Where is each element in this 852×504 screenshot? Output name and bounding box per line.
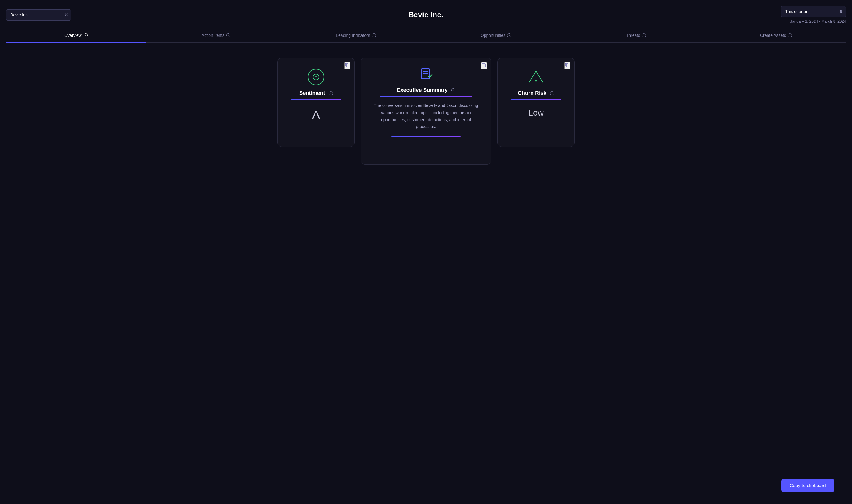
sentiment-icon — [308, 69, 324, 85]
executive-summary-icon — [419, 67, 433, 82]
executive-summary-divider — [379, 96, 473, 97]
executive-summary-copy-button[interactable] — [481, 62, 487, 69]
svg-point-3 — [317, 76, 317, 77]
tab-opportunities-info-icon: i — [507, 33, 511, 37]
company-search-wrapper: ✕ — [6, 9, 71, 20]
nav-tabs: Overview i Action Items i Leading Indica… — [6, 28, 846, 43]
svg-rect-0 — [346, 64, 349, 67]
page-title: Bevie Inc. — [71, 11, 781, 19]
tab-overview-label: Overview — [64, 33, 82, 38]
churn-risk-icon — [528, 69, 544, 85]
tab-opportunities-label: Opportunities — [481, 33, 505, 38]
svg-point-1 — [313, 74, 319, 80]
churn-risk-copy-button[interactable] — [564, 62, 570, 69]
sentiment-divider — [291, 99, 341, 100]
svg-point-9 — [536, 80, 537, 82]
churn-risk-title: Churn Risk i — [518, 90, 554, 96]
company-search-input[interactable] — [6, 9, 71, 20]
executive-summary-info-icon: i — [451, 88, 456, 92]
churn-risk-card: Churn Risk i Low — [497, 58, 575, 147]
tab-create-assets-info-icon: i — [788, 33, 792, 37]
tab-create-assets-label: Create Assets — [760, 33, 786, 38]
tab-action-items[interactable]: Action Items i — [146, 28, 286, 42]
executive-summary-title: Executive Summary i — [396, 87, 455, 93]
tab-opportunities[interactable]: Opportunities i — [426, 28, 566, 42]
copy-to-clipboard-button[interactable]: Copy to clipboard — [781, 479, 834, 492]
tab-overview-info-icon: i — [84, 33, 88, 37]
churn-risk-info-icon: i — [550, 91, 554, 95]
sentiment-info-icon: i — [329, 91, 333, 95]
executive-summary-card: Executive Summary i The conversation inv… — [360, 58, 492, 165]
sentiment-card: Sentiment i A — [277, 58, 355, 147]
tab-action-items-info-icon: i — [226, 33, 230, 37]
tab-threats-info-icon: i — [642, 33, 646, 37]
header-center: Bevie Inc. — [71, 11, 781, 19]
tab-create-assets[interactable]: Create Assets i — [706, 28, 846, 42]
close-search-button[interactable]: ✕ — [65, 12, 68, 18]
tab-threats[interactable]: Threats i — [566, 28, 706, 42]
top-bar: ✕ Bevie Inc. This quarter Last quarter L… — [6, 6, 846, 23]
date-range: January 1, 2024 - March 8, 2024 — [790, 19, 846, 23]
quarter-select[interactable]: This quarter Last quarter Last 3 months … — [781, 6, 846, 17]
executive-summary-text: The conversation involves Beverly and Ja… — [368, 102, 484, 130]
churn-risk-value: Low — [528, 108, 544, 118]
svg-rect-6 — [566, 64, 569, 67]
svg-point-2 — [315, 76, 315, 77]
cards-area: Sentiment i A Executive Summary i The co… — [6, 52, 846, 170]
quarter-select-wrapper: This quarter Last quarter Last 3 months … — [781, 6, 846, 17]
header-right: This quarter Last quarter Last 3 months … — [781, 6, 846, 23]
sentiment-value: A — [312, 108, 320, 122]
tab-leading-indicators[interactable]: Leading Indicators i — [286, 28, 426, 42]
executive-summary-bottom-divider — [391, 137, 461, 137]
tab-overview[interactable]: Overview i — [6, 28, 146, 42]
tab-threats-label: Threats — [626, 33, 640, 38]
tab-leading-indicators-info-icon: i — [372, 33, 376, 37]
sentiment-copy-button[interactable] — [344, 62, 350, 69]
tab-leading-indicators-label: Leading Indicators — [336, 33, 370, 38]
sentiment-title: Sentiment i — [299, 90, 333, 96]
churn-risk-divider — [511, 99, 561, 100]
tab-action-items-label: Action Items — [201, 33, 225, 38]
svg-rect-4 — [483, 64, 486, 67]
